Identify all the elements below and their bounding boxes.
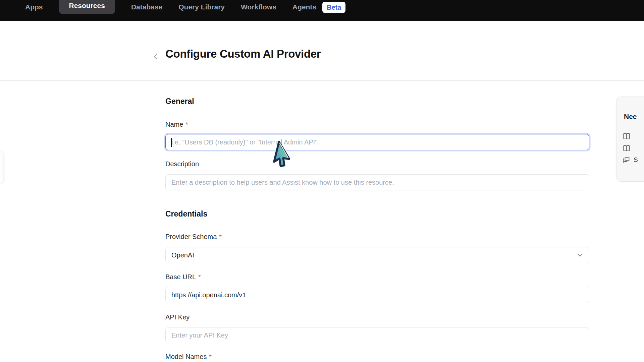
name-input[interactable] xyxy=(165,134,589,150)
help-link-label: S xyxy=(634,156,638,164)
required-asterisk: * xyxy=(219,233,221,241)
nav-item-database[interactable]: Database xyxy=(131,0,162,12)
provider-schema-select[interactable]: OpenAI xyxy=(165,247,589,263)
page-title: Configure Custom AI Provider xyxy=(165,48,321,60)
help-link-docs-2[interactable] xyxy=(622,144,634,153)
book-icon xyxy=(622,132,631,140)
text-caret xyxy=(171,138,172,147)
help-link-support[interactable]: S xyxy=(622,156,638,164)
model-names-label-text: Model Names xyxy=(165,353,207,361)
provider-schema-label: Provider Schema* xyxy=(165,233,222,241)
header-divider xyxy=(0,80,644,81)
nav-item-apps[interactable]: Apps xyxy=(25,0,43,12)
required-asterisk: * xyxy=(185,121,188,128)
chat-icon xyxy=(622,156,630,164)
api-key-label: API Key xyxy=(165,313,190,321)
nav-item-query-library[interactable]: Query Library xyxy=(178,0,225,12)
beta-badge: Beta xyxy=(322,2,345,13)
api-key-input[interactable] xyxy=(165,327,589,343)
name-label-text: Name xyxy=(165,121,183,128)
top-navbar: Apps Resources Database Query Library Wo… xyxy=(0,0,644,21)
name-label: Name* xyxy=(165,121,188,128)
general-section-heading: General xyxy=(165,97,194,106)
book-icon xyxy=(622,144,631,153)
help-panel-title: Nee xyxy=(624,113,637,121)
nav-item-resources[interactable]: Resources xyxy=(59,0,115,14)
api-key-label-text: API Key xyxy=(165,313,190,321)
back-button[interactable] xyxy=(151,51,161,62)
credentials-section-heading: Credentials xyxy=(165,209,207,219)
required-asterisk: * xyxy=(209,353,211,361)
required-asterisk: * xyxy=(198,273,201,281)
nav-item-workflows[interactable]: Workflows xyxy=(241,0,276,12)
chevron-left-icon xyxy=(152,53,160,61)
description-label-text: Description xyxy=(165,160,199,168)
base-url-label: Base URL* xyxy=(165,273,201,281)
base-url-label-text: Base URL xyxy=(165,273,196,281)
model-names-label: Model Names* xyxy=(165,353,212,361)
help-link-docs-1[interactable] xyxy=(622,132,634,140)
provider-schema-label-text: Provider Schema xyxy=(165,233,217,241)
provider-schema-selected-value: OpenAI xyxy=(171,251,194,259)
chevron-down-icon xyxy=(576,251,584,259)
description-input[interactable] xyxy=(165,174,589,190)
base-url-input[interactable] xyxy=(165,287,589,303)
description-label: Description xyxy=(165,160,199,168)
help-panel: Nee S xyxy=(616,97,644,182)
nav-item-agents[interactable]: Agents xyxy=(292,0,316,12)
left-edge-card-sliver xyxy=(0,152,3,183)
